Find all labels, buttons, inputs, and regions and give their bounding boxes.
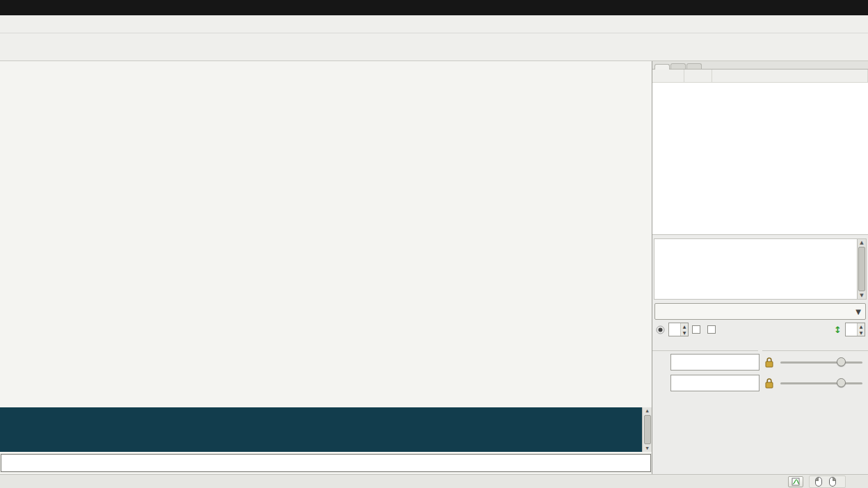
spinner-arrows[interactable]: ▲▼	[680, 323, 688, 336]
x1-slider[interactable]	[779, 355, 864, 369]
datasets-filter-select[interactable]: ▼	[654, 303, 866, 320]
tab-data[interactable]	[654, 64, 670, 70]
scroll-thumb[interactable]	[858, 247, 865, 291]
slider-handle[interactable]	[837, 357, 846, 366]
menubar	[0, 15, 868, 33]
y1-input[interactable]	[670, 375, 760, 391]
scroll-up-icon[interactable]: ▲	[860, 239, 863, 246]
statusbar	[0, 474, 868, 488]
column-header-name	[712, 70, 868, 82]
spinner-arrows[interactable]: ▲▼	[857, 323, 865, 336]
main-plot-canvas[interactable]	[0, 61, 652, 337]
mouse-hints-button[interactable]	[788, 476, 803, 487]
info-scrollbar[interactable]: ▲ ▼	[857, 239, 866, 299]
plot-style-controls: ▲▼ ↕ ▲▼	[652, 320, 868, 338]
x1-input[interactable]	[670, 354, 760, 371]
chevron-down-icon: ▼	[855, 308, 861, 316]
slider-handle[interactable]	[837, 378, 846, 387]
data-shift-icon: ↕	[834, 325, 842, 335]
lock-icon[interactable]	[763, 377, 775, 389]
x1-row	[652, 351, 868, 372]
y1-slider[interactable]	[779, 376, 864, 390]
sidebar-tabs	[652, 61, 868, 70]
data-shift-value	[846, 323, 857, 336]
command-input[interactable]	[1, 454, 651, 472]
fityk-window: ▲ ▼	[0, 0, 868, 488]
dataset-ops	[652, 338, 868, 342]
main-area: ▲ ▼	[0, 61, 868, 474]
column-header-no	[652, 70, 684, 82]
sidebar: ▲ ▼ ▼ ▲▼	[652, 61, 868, 474]
point-size-value	[669, 323, 680, 336]
dataset-table-header	[652, 70, 868, 83]
sigma-checkbox[interactable]	[707, 325, 716, 334]
titlebar	[0, 0, 868, 15]
output-console: ▲ ▼	[0, 407, 652, 452]
tab-variables[interactable]	[686, 63, 702, 69]
data-shift-spinner[interactable]: ▲▼	[845, 323, 865, 336]
dataset-table	[652, 70, 868, 235]
toolbar	[0, 33, 868, 61]
point-size-spinner[interactable]: ▲▼	[668, 323, 689, 336]
dataset-info: ▲ ▼	[654, 238, 867, 300]
aux-plot-canvas[interactable]	[0, 339, 652, 405]
y1-row	[652, 372, 868, 393]
slider-track	[780, 382, 862, 384]
scroll-up-icon[interactable]: ▲	[645, 407, 648, 414]
slider-track	[780, 361, 862, 364]
scroll-down-icon[interactable]: ▼	[860, 292, 863, 299]
lock-icon[interactable]	[763, 357, 775, 368]
tab-functions[interactable]	[670, 63, 686, 69]
line-checkbox[interactable]	[692, 325, 700, 334]
scroll-down-icon[interactable]: ▼	[645, 445, 648, 452]
column-header-ff	[684, 70, 712, 82]
mouse-left-button-icon	[815, 477, 822, 487]
scroll-thumb[interactable]	[644, 415, 651, 444]
console-scrollbar[interactable]: ▲ ▼	[642, 407, 652, 452]
mouse-hints	[809, 475, 846, 488]
point-size-icon	[655, 325, 665, 334]
plot-pane: ▲ ▼	[0, 61, 652, 474]
command-input-row	[0, 453, 652, 473]
mouse-right-button-icon	[829, 477, 836, 487]
